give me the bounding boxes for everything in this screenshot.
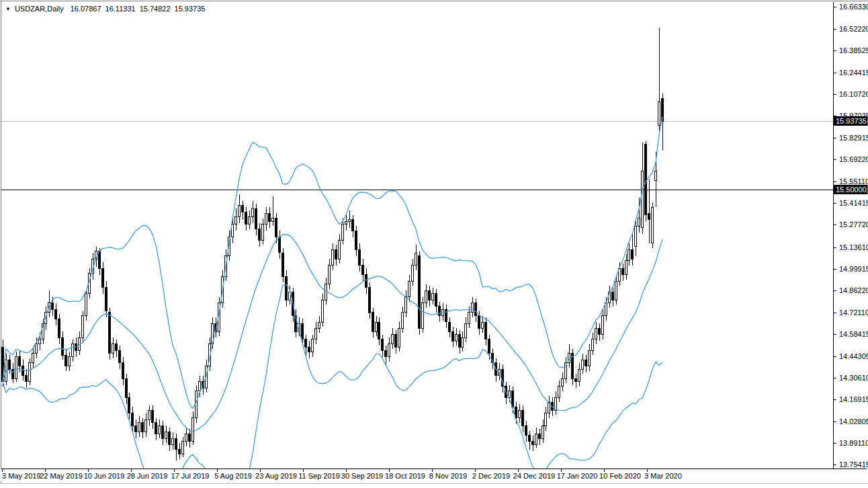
date-tick-label: 2 Dec 2019: [472, 472, 510, 480]
price-tick-label: 14.58415: [839, 330, 868, 338]
symbol-dropdown-icon[interactable]: ▼: [5, 6, 11, 12]
date-tick-label: 24 Dec 2019: [513, 472, 555, 480]
date-tick-label: 17 Jan 2020: [557, 472, 598, 480]
date-tick-label: 11 Sep 2019: [298, 472, 340, 480]
ohlc-low: 15.74822: [140, 5, 171, 13]
date-tick-label: 5 Aug 2019: [214, 472, 252, 480]
bid-price-label: 15.93735: [834, 116, 868, 126]
date-tick-label: 8 Nov 2019: [429, 472, 467, 480]
date-tick-label: 3 Mar 2020: [644, 472, 682, 480]
price-tick-label: 15.82915: [839, 134, 868, 142]
price-tick-label: 14.02805: [839, 417, 868, 425]
chart-ohlc-info: ▼USDZAR,Daily16.0786716.1133115.7482215.…: [5, 4, 209, 13]
svg-text:15.50000: 15.50000: [836, 186, 867, 194]
price-tick-label: 14.44305: [839, 352, 868, 360]
date-tick-label: 10 Jun 2019: [84, 472, 125, 480]
price-tick-label: 16.24415: [839, 69, 868, 77]
price-tick-label: 16.10720: [839, 90, 868, 98]
date-tick-label: 30 Sep 2019: [341, 472, 383, 480]
date-tick-label: 18 Oct 2019: [385, 472, 425, 480]
chart-symbol-period: USDZAR,Daily: [15, 5, 64, 13]
price-tick-label: 14.16915: [839, 395, 868, 403]
price-tick-label: 16.38525: [839, 46, 868, 54]
price-tick-label: 15.13610: [839, 243, 868, 251]
price-tick-label: 14.72110: [839, 309, 868, 317]
date-tick-label: 3 May 2019: [2, 472, 40, 480]
date-tick-label: 28 Jun 2019: [127, 472, 168, 480]
price-tick-label: 13.75415: [839, 460, 868, 469]
ohlc-open: 16.07867: [71, 5, 101, 13]
price-tick-label: 15.27720: [839, 220, 868, 229]
ohlc-close: 15.93735: [175, 5, 206, 13]
horizontal-line-object-label: 15.50000: [834, 185, 868, 194]
date-tick-label: 10 Feb 2020: [599, 472, 641, 480]
date-tick-label: 22 May 2019: [40, 472, 83, 480]
price-tick-label: 15.69220: [839, 155, 868, 163]
date-tick-label: 23 Aug 2019: [255, 472, 297, 480]
svg-text:15.93735: 15.93735: [836, 117, 867, 125]
price-tick-label: 14.30610: [839, 374, 868, 382]
price-tick-label: 16.66330: [839, 3, 868, 11]
ohlc-high: 16.11331: [105, 5, 136, 13]
price-tick-label: 15.41415: [839, 199, 868, 207]
price-tick-label: 15.55110: [839, 177, 868, 186]
price-chart: 16.6633016.5222016.3852516.2441516.10720…: [0, 0, 868, 488]
date-tick-label: 17 Jul 2019: [171, 472, 210, 480]
price-tick-label: 16.52220: [839, 25, 868, 33]
price-tick-label: 14.99915: [839, 265, 868, 273]
price-tick-label: 14.86220: [839, 286, 868, 294]
mt4-chart-window: 16.6633016.5222016.3852516.2441516.10720…: [0, 0, 868, 488]
price-tick-label: 13.89110: [839, 439, 868, 447]
